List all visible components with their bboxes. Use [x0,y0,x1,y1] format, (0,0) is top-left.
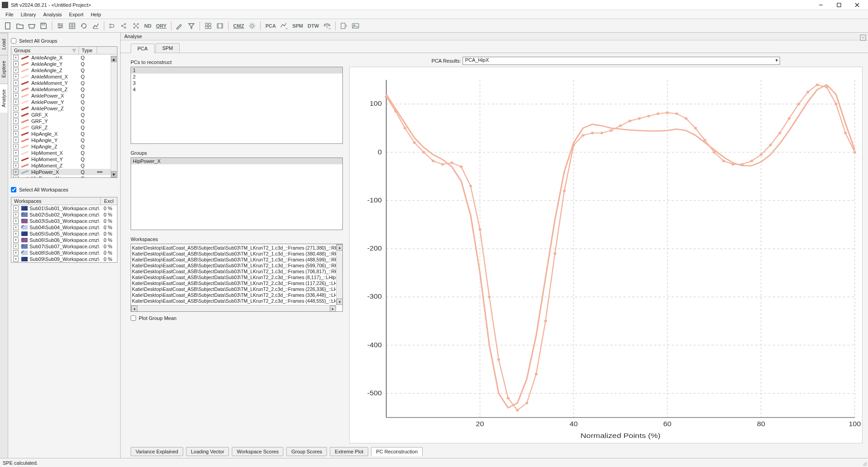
expand-icon[interactable]: + [13,163,19,168]
workspace-path[interactable]: Katie\Desktop\EastCoast_ASB\SubjectData\… [132,245,336,251]
group-row[interactable]: + AnkleMoment_Y Q [11,80,117,86]
workspace-row[interactable]: + Sub01\Sub01_Workspace.cmz\ 0 % [11,205,117,211]
menu-export[interactable]: Export [65,11,87,18]
group-row[interactable]: + HipMoment_Z Q [11,162,117,169]
group-row[interactable]: + AnkleMoment_X Q [11,74,117,80]
group-row[interactable]: + GRF_X Q [11,112,117,118]
groups-header[interactable]: Groups▽ [11,47,79,54]
grid-icon[interactable] [203,20,214,31]
group-row[interactable]: + AnkleAngle_Y Q [11,61,117,67]
workspace-row[interactable]: + Sub04\Sub04_Workspace.cmz\ 0 % [11,224,117,231]
group-row[interactable]: + HipAngle_Y Q [11,137,117,143]
group-row[interactable]: + AnklePower_Y Q [11,99,117,105]
select-all-groups-checkbox[interactable] [11,38,16,44]
film-icon[interactable] [215,20,225,31]
workspace-path[interactable]: Katie\Desktop\EastCoast_ASB\SubjectData\… [132,275,336,280]
expand-icon[interactable]: + [13,125,19,130]
settings-icon[interactable] [55,20,66,31]
workspace-path[interactable]: Katie\Desktop\EastCoast_ASB\SubjectData\… [132,269,336,275]
open-icon[interactable] [15,20,25,31]
cmz-button[interactable]: CMZ [231,23,246,29]
pc-item-3[interactable]: 3 [131,80,342,86]
pc-item-1[interactable]: 1 [131,67,342,74]
group-row[interactable]: + AnkleAngle_Z Q [11,67,117,74]
group-row[interactable]: + HipAngle_X Q [11,131,117,137]
close-button[interactable] [848,0,866,10]
open2-icon[interactable] [26,20,37,31]
expand-icon[interactable]: + [13,106,19,111]
type-header[interactable]: Type [79,47,97,54]
menu-analysis[interactable]: Analysis [39,11,65,18]
expand-icon[interactable]: + [13,169,19,175]
workspace-row[interactable]: + Sub07\Sub07_Workspace.cmz\ 0 % [11,243,117,250]
expand-icon[interactable]: + [13,231,19,236]
cluster-icon[interactable] [131,20,141,31]
expand-icon[interactable]: + [13,237,19,243]
gear-icon[interactable] [247,20,258,31]
expand-icon[interactable]: + [13,176,19,178]
group-row[interactable]: + GRF_Z Q [11,124,117,131]
expand-icon[interactable]: + [13,68,19,73]
export-page-icon[interactable] [338,20,349,31]
branch2-icon[interactable] [119,20,130,31]
select-all-workspaces-checkbox[interactable] [11,187,16,192]
group-row[interactable]: + AnkleAngle_X Q [11,54,117,61]
expand-icon[interactable]: + [13,99,19,105]
group-row[interactable]: + HipMoment_Y Q [11,156,117,162]
pc-item-2[interactable]: 2 [131,74,342,80]
expand-icon[interactable]: + [13,256,19,262]
workspace-row[interactable]: + Sub03\Sub03_Workspace.cmz\ 0 % [11,218,117,224]
expand-icon[interactable]: + [13,157,19,162]
workspace-path[interactable]: Katie\Desktop\EastCoast_ASB\SubjectData\… [132,263,336,269]
expand-icon[interactable]: + [13,225,19,230]
tab-spm[interactable]: SPM [156,43,180,53]
side-tab-load[interactable]: Load [0,33,8,55]
chart-icon[interactable] [90,20,101,31]
expand-icon[interactable]: + [13,212,19,217]
expand-icon[interactable]: + [13,55,19,60]
minimize-button[interactable] [812,0,830,10]
workspace-path[interactable]: Katie\Desktop\EastCoast_ASB\SubjectData\… [132,257,336,263]
expand-icon[interactable]: + [13,150,19,156]
group-row[interactable]: + AnkleMoment_Z Q [11,86,117,93]
ws-horizontal-scrollbar[interactable]: ◂ ▸ [131,305,336,311]
expand-icon[interactable]: + [13,250,19,256]
refresh-icon[interactable] [78,20,89,31]
workspace-path[interactable]: Katie\Desktop\EastCoast_ASB\SubjectData\… [132,280,336,286]
balance-dropdown-icon[interactable] [322,20,332,31]
pc-item-4[interactable]: 4 [131,86,342,93]
save-icon[interactable] [38,20,49,31]
groups-table[interactable]: Groups▽ Type + AnkleAngle_X Q + AnkleAng… [11,46,117,178]
workspace-path[interactable]: Katie\Desktop\EastCoast_ASB\SubjectData\… [132,251,336,257]
workspaces-listbox[interactable]: Katie\Desktop\EastCoast_ASB\SubjectData\… [131,244,343,312]
dtw-button[interactable]: DTW [306,23,321,29]
image-icon[interactable] [350,20,361,31]
workspaces-header[interactable]: Workspaces [11,197,101,205]
group-row[interactable]: + GRF_Y Q [11,118,117,124]
expand-icon[interactable]: + [13,138,19,143]
plot-group-mean-checkbox[interactable] [131,315,136,321]
workspace-row[interactable]: + Sub06\Sub06_Workspace.cmz\ 0 % [11,237,117,243]
expand-icon[interactable]: + [13,80,19,86]
bottom-tab[interactable]: Loading Vector [186,447,229,456]
side-tab-explore[interactable]: Explore [0,55,8,83]
expand-icon[interactable]: + [13,61,19,67]
workspace-path[interactable]: Katie\Desktop\EastCoast_ASB\SubjectData\… [132,286,336,292]
expand-icon[interactable]: + [13,112,19,118]
workspace-row[interactable]: + Sub05\Sub05_Workspace.cmz\ 0 % [11,231,117,237]
pcs-listbox[interactable]: 1 2 3 4 [131,67,343,144]
spm-button[interactable]: SPM [290,23,305,29]
collapse-icon[interactable] [860,34,866,41]
group-row[interactable]: + AnklePower_X Q [11,93,117,99]
tab-pca[interactable]: PCA [131,44,155,53]
expand-icon[interactable]: + [13,131,19,137]
group-row[interactable]: + AnklePower_Z Q [11,105,117,112]
groups-listbox[interactable]: HipPower_X [131,157,343,230]
side-tab-analyse[interactable]: Analyse [0,84,8,113]
group-row[interactable]: + HipMoment_X Q [11,150,117,156]
pca-results-select[interactable]: PCA_HipX [463,57,780,65]
nd-button[interactable]: ND [142,23,153,29]
bottom-tab[interactable]: Extreme Plot [330,447,368,456]
resize-grip-icon[interactable] [862,461,867,466]
menu-file[interactable]: File [2,11,17,18]
